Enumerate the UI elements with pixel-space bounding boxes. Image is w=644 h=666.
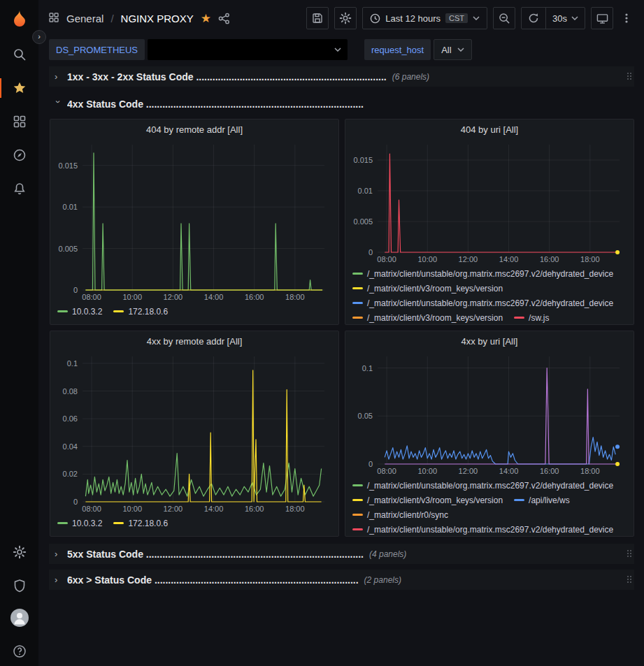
row-drag-handle[interactable] — [627, 550, 629, 551]
svg-text:16:00: 16:00 — [540, 467, 559, 475]
chart-legend: /_matrix/client/unstable/org.matrix.msc2… — [352, 266, 627, 325]
legend-label: /api/live/ws — [529, 495, 570, 505]
zoom-out-button[interactable] — [493, 7, 515, 29]
row-drag-handle[interactable] — [627, 576, 629, 577]
svg-text:10:00: 10:00 — [417, 467, 437, 475]
panel-404-by-remote-addr: 404 by remote addr [All] 08:0010:0012:00… — [50, 119, 339, 325]
legend-label: /_matrix/client/r0/sync — [367, 510, 448, 520]
legend-item[interactable]: /_matrix/client/r0/sync — [352, 507, 448, 522]
help-icon[interactable] — [0, 637, 38, 665]
request-host-value: All — [441, 45, 451, 55]
svg-text:0: 0 — [73, 498, 78, 506]
legend-swatch — [57, 310, 68, 312]
dashboard-settings-button[interactable] — [334, 7, 357, 29]
legend-item[interactable]: 172.18.0.6 — [113, 304, 168, 319]
legend-item[interactable]: 172.18.0.6 — [113, 516, 168, 530]
svg-text:16:00: 16:00 — [245, 505, 264, 513]
legend-swatch — [113, 310, 124, 312]
svg-text:08:00: 08:00 — [377, 467, 396, 475]
legend-label: /_matrix/client/v3/room_keys/version — [367, 284, 503, 294]
breadcrumb-separator: / — [110, 13, 113, 24]
svg-text:18:00: 18:00 — [285, 505, 305, 513]
share-icon[interactable] — [218, 13, 230, 24]
row-drag-handle[interactable] — [627, 73, 629, 74]
save-button[interactable] — [306, 7, 329, 29]
svg-text:14:00: 14:00 — [499, 255, 519, 263]
request-host-label[interactable]: request_host — [364, 39, 431, 60]
svg-text:0: 0 — [368, 248, 373, 256]
avatar[interactable] — [0, 604, 38, 632]
svg-text:0: 0 — [368, 460, 373, 468]
legend-item[interactable]: /_matrix/client/unstable/org.matrix.msc2… — [352, 478, 613, 493]
legend-label: /_matrix/client/v3/room_keys/version — [367, 495, 503, 505]
row-header-5xx[interactable]: › 5xx Status Code ......................… — [49, 544, 634, 564]
chevron-down-icon — [571, 16, 578, 20]
alerting-bell-icon[interactable] — [0, 175, 38, 203]
legend-item[interactable]: /_matrix/client/unstable/org.matrix.msc2… — [352, 266, 613, 281]
datasource-label[interactable]: DS_PROMETHEUS — [49, 39, 145, 60]
refresh-interval-select[interactable]: 30s — [545, 8, 585, 29]
panel-title[interactable]: 4xx by remote addr [All] — [50, 331, 338, 352]
breadcrumb-folder[interactable]: General — [66, 13, 103, 24]
chart-legend: /_matrix/client/unstable/org.matrix.msc2… — [352, 478, 627, 537]
svg-text:0.015: 0.015 — [58, 161, 78, 170]
clock-icon — [370, 13, 380, 24]
panel-4xx-by-remote-addr: 4xx by remote addr [All] 08:0010:0012:00… — [50, 331, 339, 537]
legend-item[interactable]: 10.0.3.2 — [57, 304, 102, 319]
kebab-menu-icon[interactable] — [619, 7, 634, 29]
legend-item[interactable]: /_matrix/client/v3/room_keys/version — [352, 281, 503, 296]
sidebar-expand-chevron[interactable]: › — [32, 30, 46, 44]
row-title: 4xx Status Code ........................… — [67, 99, 364, 110]
legend-swatch — [113, 522, 124, 524]
svg-text:0.08: 0.08 — [63, 387, 78, 396]
legend-item[interactable]: /_matrix/client/unstable/org.matrix.msc2… — [352, 522, 613, 537]
svg-text:12:00: 12:00 — [459, 467, 478, 475]
settings-gear-icon[interactable] — [0, 538, 38, 566]
svg-text:12:00: 12:00 — [164, 505, 183, 513]
panel-title[interactable]: 404 by remote addr [All] — [50, 120, 338, 140]
legend-label: /_matrix/client/unstable/org.matrix.msc2… — [367, 269, 613, 279]
datasource-value-select[interactable] — [148, 39, 348, 60]
chart-4xx-by-uri[interactable]: 08:0010:0012:0014:0016:0018:0000.050.1 — [350, 352, 629, 477]
page-title: NGINX PROXY — [121, 13, 194, 24]
dashboards-grid-icon — [48, 12, 59, 25]
svg-text:0.02: 0.02 — [63, 470, 78, 478]
starred-dashboards-icon[interactable] — [0, 74, 38, 102]
chart-404-by-uri[interactable]: 08:0010:0012:0014:0016:0018:0000.0050.01… — [350, 140, 629, 265]
legend-item[interactable]: /_matrix/client/v3/room_keys/version — [352, 310, 503, 325]
panel-404-by-uri: 404 by uri [All] 08:0010:0012:0014:0016:… — [345, 119, 634, 325]
svg-text:10:00: 10:00 — [122, 293, 142, 301]
request-host-select[interactable]: All — [434, 39, 471, 60]
tv-mode-button[interactable] — [591, 7, 613, 29]
chevron-down-icon — [473, 16, 480, 20]
chart-4xx-by-remote-addr[interactable]: 08:0010:0012:0014:0016:0018:0000.020.040… — [55, 352, 334, 514]
explore-compass-icon[interactable] — [0, 141, 38, 169]
chart-404-by-remote-addr[interactable]: 08:0010:0012:0014:0016:0018:0000.0050.01… — [55, 140, 334, 303]
dashboards-icon[interactable] — [0, 108, 38, 136]
search-icon[interactable] — [0, 41, 38, 68]
chevron-down-icon — [457, 48, 464, 52]
panel-title[interactable]: 404 by uri [All] — [345, 120, 634, 140]
panel-4xx-by-uri: 4xx by uri [All] 08:0010:0012:0014:0016:… — [345, 331, 634, 537]
svg-text:0.04: 0.04 — [63, 442, 78, 451]
svg-text:18:00: 18:00 — [285, 293, 305, 301]
legend-item[interactable]: 10.0.3.2 — [57, 516, 102, 530]
legend-swatch — [352, 287, 363, 289]
row-header-6xx[interactable]: › 6xx > Status Code ....................… — [49, 570, 634, 590]
legend-item[interactable]: /sw.js — [514, 310, 549, 325]
panel-title[interactable]: 4xx by uri [All] — [345, 331, 634, 352]
svg-text:10:00: 10:00 — [122, 505, 142, 513]
row-title: 6xx > Status Code ......................… — [67, 574, 359, 586]
legend-item[interactable]: /_matrix/client/unstable/org.matrix.msc2… — [352, 296, 613, 310]
row-header-1xx-3xx-2xx[interactable]: › 1xx - 3xx - 2xx Status Code ..........… — [49, 66, 634, 87]
variables-bar: DS_PROMETHEUS request_host All — [38, 36, 644, 63]
legend-item[interactable]: /api/live/ws — [514, 493, 570, 507]
admin-shield-icon[interactable] — [0, 572, 38, 600]
favorite-star-icon[interactable]: ★ — [201, 13, 211, 24]
row-header-4xx[interactable]: › 4xx Status Code ......................… — [49, 94, 634, 114]
legend-item[interactable]: /_matrix/client/v3/room_keys/version — [352, 493, 503, 507]
time-range-picker[interactable]: Last 12 hours CST — [362, 7, 487, 29]
refresh-button[interactable] — [522, 8, 545, 29]
svg-text:0.01: 0.01 — [358, 187, 373, 195]
grafana-logo[interactable] — [0, 6, 38, 34]
